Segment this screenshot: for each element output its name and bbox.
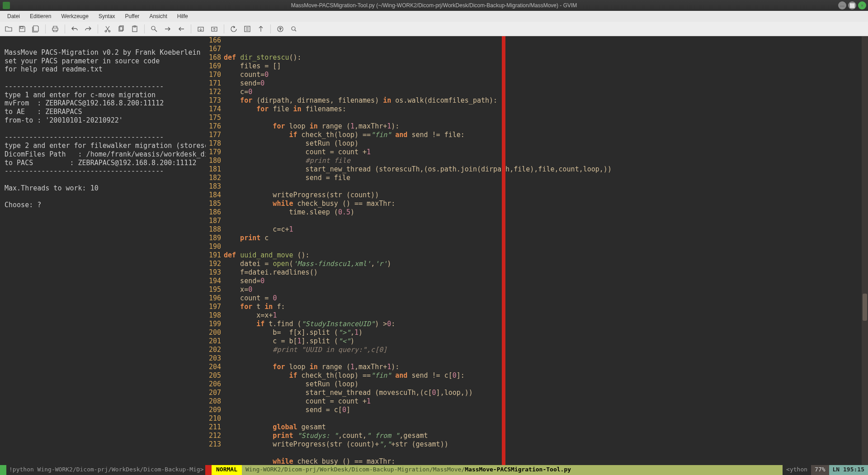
code-line: time.sleep (0.5) bbox=[224, 208, 868, 217]
line-number: 172 bbox=[206, 88, 221, 96]
code-line: count = count +1 bbox=[224, 397, 868, 406]
status-indicator bbox=[0, 465, 6, 475]
status-separator bbox=[205, 465, 212, 475]
print-icon[interactable] bbox=[49, 23, 61, 35]
line-number: 175 bbox=[206, 114, 221, 122]
toolbar: ? bbox=[0, 22, 868, 36]
code-line: send = c[0] bbox=[224, 406, 868, 414]
code-line: setRun (loop) bbox=[224, 380, 868, 389]
ctags-icon[interactable] bbox=[255, 23, 267, 35]
undo-icon[interactable] bbox=[69, 23, 80, 35]
code-line: #print file bbox=[224, 157, 868, 165]
terminal-line: --------------------------------------- bbox=[5, 167, 201, 176]
menu-view[interactable]: Ansicht bbox=[145, 12, 171, 21]
find-replace-icon[interactable] bbox=[148, 23, 160, 35]
session-save-icon[interactable] bbox=[208, 23, 220, 35]
menu-syntax[interactable]: Syntax bbox=[94, 12, 120, 21]
status-command: !python Wing-WORK2/Dicom-prj/WorkDesk/Di… bbox=[6, 465, 205, 475]
menu-tools[interactable]: Werkzeuge bbox=[57, 12, 93, 21]
code-line: if t.find ("StudyInstanceUID") >0: bbox=[224, 320, 868, 328]
terminal-line: for help read readme.txt bbox=[5, 65, 201, 74]
window-titlebar: MassMove-PACSMigration-Tool.py (~/Wing-W… bbox=[0, 0, 868, 11]
status-line-col: LN 195:15 bbox=[829, 465, 868, 475]
scrollbar-thumb[interactable] bbox=[863, 294, 867, 321]
menu-help[interactable]: Hilfe bbox=[173, 12, 193, 21]
line-number-gutter: 1661671681691701711721731741751761771781… bbox=[206, 36, 224, 465]
status-percent: 77% bbox=[811, 465, 829, 475]
line-number: 201 bbox=[206, 337, 221, 346]
vertical-scrollbar[interactable] bbox=[862, 36, 868, 465]
search-help-icon[interactable] bbox=[288, 23, 300, 35]
code-line: x=0 bbox=[224, 285, 868, 294]
line-number: 206 bbox=[206, 380, 221, 389]
line-number: 188 bbox=[206, 225, 221, 234]
terminal-prompt: Choose: ? bbox=[5, 201, 201, 209]
line-number: 204 bbox=[206, 363, 221, 371]
code-editor[interactable]: def dir_storescu(): files = [] count=0 s… bbox=[224, 36, 868, 465]
find-next-icon[interactable] bbox=[162, 23, 174, 35]
menu-file[interactable]: Datei bbox=[3, 12, 24, 21]
terminal-line: --------------------------------------- bbox=[5, 82, 201, 91]
terminal-line: Max.Threads to work: 10 bbox=[5, 184, 201, 193]
menu-buffers[interactable]: Puffer bbox=[121, 12, 144, 21]
status-path-dir: Wing-WORK2/Dicom-prj/WorkDesk/Dicom-Back… bbox=[245, 466, 465, 474]
code-line bbox=[224, 354, 868, 363]
code-line: #print "UUID in query:",c[0] bbox=[224, 346, 868, 354]
line-number: 178 bbox=[206, 139, 221, 148]
code-line: send=0 bbox=[224, 277, 868, 285]
toolbar-separator bbox=[224, 24, 224, 33]
help-icon[interactable]: ? bbox=[274, 23, 286, 35]
paste-icon[interactable] bbox=[129, 23, 141, 35]
code-line bbox=[224, 182, 868, 191]
line-number: 166 bbox=[206, 36, 221, 45]
code-line: if check_th(loop) =="fin" and send != c[… bbox=[224, 371, 868, 380]
svg-text:?: ? bbox=[279, 27, 281, 31]
code-line: datei = open('Mass-findscu1,xml','r') bbox=[224, 260, 868, 268]
line-number: 181 bbox=[206, 165, 221, 174]
line-number: 209 bbox=[206, 406, 221, 414]
code-line: writeProgress(str (count)+","+str (gesam… bbox=[224, 440, 868, 449]
line-number: 173 bbox=[206, 96, 221, 105]
line-number: 179 bbox=[206, 148, 221, 157]
cut-icon[interactable] bbox=[102, 23, 113, 35]
code-line: c=c+1 bbox=[224, 225, 868, 234]
code-line: x=x+1 bbox=[224, 311, 868, 320]
line-number: 192 bbox=[206, 260, 221, 268]
session-load-icon[interactable] bbox=[195, 23, 207, 35]
minimize-button[interactable]: — bbox=[838, 1, 846, 10]
maximize-button[interactable]: ⬜ bbox=[848, 1, 856, 10]
code-line: setRun (loop) bbox=[224, 139, 868, 148]
app-icon bbox=[3, 2, 10, 9]
code-line: b= f[x].split (">",1) bbox=[224, 328, 868, 337]
statusbar: !python Wing-WORK2/Dicom-prj/WorkDesk/Di… bbox=[0, 465, 868, 475]
color-column bbox=[502, 36, 505, 465]
terminal-line: type 1 and enter for c-move migration bbox=[5, 91, 201, 100]
find-prev-icon[interactable] bbox=[175, 23, 187, 35]
menu-edit[interactable]: Editieren bbox=[25, 12, 56, 21]
run-script-icon[interactable] bbox=[228, 23, 240, 35]
open-icon[interactable] bbox=[3, 23, 14, 35]
close-button[interactable]: × bbox=[858, 1, 866, 10]
terminal-line bbox=[5, 74, 201, 82]
redo-icon[interactable] bbox=[82, 23, 94, 35]
code-line: count = 0 bbox=[224, 294, 868, 303]
copy-icon[interactable] bbox=[115, 23, 127, 35]
terminal-line: mvFrom : ZEBRAPACS@192.168.8.200:11112 bbox=[5, 99, 201, 108]
code-line: for t in f: bbox=[224, 303, 868, 311]
terminal-output-pane[interactable]: MassMove PACS-Migration v0.2 by Frank Ko… bbox=[0, 36, 206, 465]
toolbar-separator bbox=[144, 24, 145, 33]
line-number: 207 bbox=[206, 389, 221, 397]
line-number: 189 bbox=[206, 234, 221, 242]
save-icon[interactable] bbox=[16, 23, 28, 35]
terminal-line: to AE : ZEBRAPACS bbox=[5, 108, 201, 116]
make-icon[interactable] bbox=[241, 23, 253, 35]
window-title: MassMove-PACSMigration-Tool.py (~/Wing-W… bbox=[291, 2, 577, 9]
save-all-icon[interactable] bbox=[30, 23, 42, 35]
toolbar-separator bbox=[45, 24, 46, 33]
code-line: for (dirpath, dirnames, filenames) in os… bbox=[224, 96, 868, 105]
toolbar-separator bbox=[65, 24, 65, 33]
terminal-line: DicomFiles Path : /home/frank/weasis/wor… bbox=[5, 150, 201, 159]
code-line: while check_busy () == maxThr: bbox=[224, 200, 868, 208]
code-line: count = count +1 bbox=[224, 148, 868, 157]
code-line: for loop in range (1,maxThr+1): bbox=[224, 363, 868, 371]
